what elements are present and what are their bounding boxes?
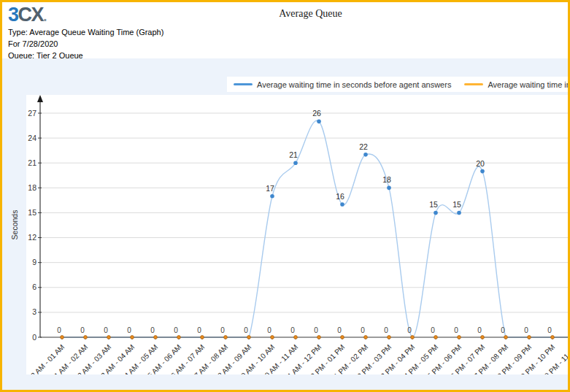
y-axis-title: Seconds — [10, 204, 19, 246]
svg-text:0: 0 — [197, 326, 201, 334]
logo-part-3: 3 — [8, 4, 18, 26]
meta-date: For 7/28/2020 — [8, 38, 163, 50]
svg-text:15: 15 — [28, 208, 36, 217]
svg-text:0: 0 — [501, 326, 505, 334]
report-title: Average Queue — [53, 8, 568, 20]
chart-canvas: Average waiting time in seconds before a… — [2, 58, 568, 390]
svg-text:20: 20 — [476, 159, 485, 168]
svg-text:21: 21 — [289, 150, 298, 159]
logo-part-cx: CX — [18, 4, 44, 26]
svg-text:0: 0 — [244, 326, 248, 334]
svg-text:0: 0 — [431, 326, 435, 334]
svg-text:18: 18 — [28, 183, 36, 192]
svg-text:15: 15 — [452, 200, 461, 209]
svg-text:0: 0 — [314, 326, 318, 334]
blue-line-swatch-icon — [234, 83, 253, 85]
svg-text:12: 12 — [28, 233, 36, 242]
svg-text:18: 18 — [382, 175, 391, 184]
legend-item-agent-answers: Average waiting time in seconds before a… — [234, 80, 451, 89]
3cx-logo: 3CX. — [8, 4, 46, 26]
svg-text:0: 0 — [454, 326, 458, 334]
logo-dot: . — [43, 8, 46, 24]
chart-legend: Average waiting time in seconds before a… — [227, 77, 568, 92]
svg-text:0: 0 — [361, 326, 365, 334]
report-meta: Type: Average Queue Waiting Time (Graph)… — [8, 26, 163, 61]
orange-line-swatch-icon — [464, 83, 483, 85]
svg-text:0: 0 — [80, 326, 85, 334]
report-window: 3CX. Average Queue Type: Average Queue W… — [0, 0, 570, 392]
svg-text:6: 6 — [32, 283, 36, 291]
svg-text:0: 0 — [477, 326, 482, 334]
meta-type: Type: Average Queue Waiting Time (Graph) — [8, 26, 163, 38]
svg-text:0: 0 — [267, 326, 271, 334]
legend-label: Average waiting time in seconds before a… — [257, 80, 451, 89]
svg-text:0: 0 — [337, 326, 342, 334]
svg-text:0: 0 — [524, 326, 528, 334]
svg-text:0: 0 — [547, 326, 552, 334]
svg-text:17: 17 — [266, 184, 274, 193]
plot-panel: 036912151821242712 AM - 01 AM01 AM - 02 … — [26, 95, 568, 374]
svg-text:0: 0 — [32, 333, 36, 342]
svg-text:0: 0 — [407, 326, 412, 334]
legend-label: Average waiting time in seconds before c — [488, 80, 568, 89]
svg-text:0: 0 — [104, 326, 108, 334]
svg-text:0: 0 — [127, 326, 131, 334]
svg-text:3: 3 — [32, 307, 36, 316]
svg-text:21: 21 — [28, 158, 36, 167]
svg-text:24: 24 — [28, 134, 36, 142]
legend-item-caller: Average waiting time in seconds before c — [464, 80, 568, 89]
svg-text:26: 26 — [312, 109, 321, 118]
svg-text:0: 0 — [150, 326, 155, 334]
svg-text:27: 27 — [28, 109, 36, 118]
svg-text:0: 0 — [384, 326, 388, 334]
svg-text:16: 16 — [336, 192, 344, 201]
svg-text:0: 0 — [220, 326, 225, 334]
svg-text:0: 0 — [57, 326, 61, 334]
svg-text:9: 9 — [32, 258, 36, 266]
chart-svg: 036912151821242712 AM - 01 AM01 AM - 02 … — [26, 95, 568, 374]
svg-text:0: 0 — [290, 326, 295, 334]
svg-text:22: 22 — [359, 142, 368, 151]
svg-text:0: 0 — [174, 326, 178, 334]
report-header: 3CX. Average Queue Type: Average Queue W… — [2, 2, 568, 58]
svg-text:15: 15 — [429, 200, 438, 209]
